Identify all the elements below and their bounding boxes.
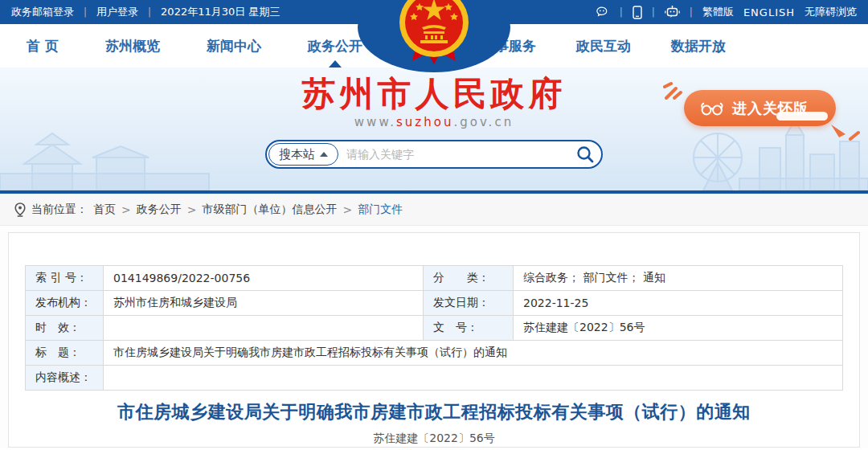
table-row: 时 效： 文 号： 苏住建建〔2022〕56号 bbox=[26, 316, 843, 341]
main-nav: 首 页 苏州概览 新闻中心 政务公开 办事服务 政民互动 数据开放 bbox=[0, 24, 868, 68]
search-input[interactable] bbox=[340, 148, 569, 161]
mobile-icon[interactable] bbox=[633, 6, 642, 19]
breadcrumb-separator: > bbox=[187, 203, 197, 216]
breadcrumb-separator: > bbox=[342, 203, 352, 216]
divider: | bbox=[148, 6, 151, 18]
accessibility-link[interactable]: 无障碍浏览 bbox=[805, 5, 857, 19]
nav-item-home[interactable]: 首 页 bbox=[27, 24, 59, 68]
national-emblem bbox=[399, 0, 469, 69]
meta-value-index: 014149869/2022-00756 bbox=[104, 266, 424, 291]
topbar-left: 政务邮箱登录 | 用户登录 | 2022年11月30日 星期三 bbox=[11, 5, 280, 19]
nav-item-interaction[interactable]: 政民互动 bbox=[576, 24, 631, 68]
meta-value-doc-number: 苏住建建〔2022〕56号 bbox=[514, 316, 843, 341]
meta-label-index: 索 引 号： bbox=[26, 266, 104, 291]
breadcrumb-dept-info[interactable]: 市级部门（单位）信息公开 bbox=[202, 202, 337, 217]
divider: | bbox=[652, 6, 655, 18]
meta-label-summary: 内容概述： bbox=[26, 366, 104, 391]
breadcrumb-separator: > bbox=[121, 203, 131, 216]
paper-plane-decoration bbox=[828, 118, 860, 144]
nav-item-news[interactable]: 新闻中心 bbox=[207, 24, 261, 68]
search-button[interactable] bbox=[569, 145, 601, 164]
nav-item-open-data[interactable]: 数据开放 bbox=[671, 24, 726, 68]
user-login-link[interactable]: 用户登录 bbox=[96, 5, 138, 19]
swoosh-decoration bbox=[776, 112, 828, 121]
topbar-right: | | | 繁體版 ENGLISH 无障碍浏览 bbox=[596, 5, 857, 19]
divider: | bbox=[620, 6, 623, 18]
breadcrumb: 当前位置： 首页 > 政务公开 > 市级部门（单位）信息公开 > 部门文件 bbox=[0, 194, 868, 226]
wechat-icon[interactable] bbox=[596, 6, 610, 18]
table-row: 标 题： 市住房城乡建设局关于明确我市房建市政工程招标投标有关事项（试行）的通知 bbox=[26, 341, 843, 366]
site-banner: 苏州市人民政府 www.suzhou.gov.cn 搜本站 bbox=[0, 68, 868, 190]
meta-label-doc-number: 文 号： bbox=[424, 316, 514, 341]
dropdown-arrow-icon bbox=[320, 152, 328, 157]
search-scope-dropdown[interactable]: 搜本站 bbox=[268, 143, 338, 166]
meta-label-category: 分 类： bbox=[424, 266, 514, 291]
location-pin-icon bbox=[14, 202, 26, 217]
meta-label-issue-date: 发文日期： bbox=[424, 291, 514, 316]
meta-label-title: 标 题： bbox=[26, 341, 104, 366]
meta-value-issuer: 苏州市住房和城乡建设局 bbox=[104, 291, 424, 316]
table-row: 内容概述： bbox=[26, 366, 843, 391]
search-scope-label: 搜本站 bbox=[279, 147, 315, 162]
breadcrumb-gov-disclosure[interactable]: 政务公开 bbox=[137, 202, 182, 217]
glasses-icon bbox=[700, 101, 724, 116]
divider: | bbox=[84, 6, 87, 18]
meta-value-summary bbox=[104, 366, 843, 391]
breadcrumb-label: 当前位置： bbox=[31, 202, 88, 217]
meta-value-validity bbox=[104, 316, 424, 341]
table-row: 索 引 号： 014149869/2022-00756 分 类： 综合政务； 部… bbox=[26, 266, 843, 291]
nav-item-gov-disclosure[interactable]: 政务公开 bbox=[308, 24, 362, 68]
breadcrumb-home[interactable]: 首页 bbox=[93, 202, 116, 217]
article-title: 市住房城乡建设局关于明确我市房建市政工程招标投标有关事项（试行）的通知 bbox=[25, 400, 843, 424]
meta-label-issuer: 发布机构： bbox=[26, 291, 104, 316]
breadcrumb-dept-documents[interactable]: 部门文件 bbox=[358, 202, 403, 217]
content-area: 索 引 号： 014149869/2022-00756 分 类： 综合政务； 部… bbox=[0, 226, 868, 448]
search-bar: 搜本站 bbox=[265, 140, 603, 169]
document-card: 索 引 号： 014149869/2022-00756 分 类： 综合政务； 部… bbox=[8, 232, 860, 448]
meta-value-issue-date: 2022-11-25 bbox=[514, 291, 843, 316]
current-date: 2022年11月30日 星期三 bbox=[161, 5, 280, 19]
english-link[interactable]: ENGLISH bbox=[743, 6, 795, 18]
document-meta-table: 索 引 号： 014149869/2022-00756 分 类： 综合政务； 部… bbox=[25, 265, 843, 391]
meta-label-validity: 时 效： bbox=[26, 316, 104, 341]
table-row: 发布机构： 苏州市住房和城乡建设局 发文日期： 2022-11-25 bbox=[26, 291, 843, 316]
search-icon bbox=[575, 145, 595, 164]
url-prefix: www. bbox=[354, 115, 396, 129]
url-highlight: suzhou bbox=[396, 115, 453, 129]
article-doc-number: 苏住建建〔2022〕56号 bbox=[25, 432, 843, 446]
care-version-button[interactable]: 进入关怀版 bbox=[684, 90, 836, 126]
robot-icon[interactable] bbox=[665, 6, 680, 18]
mail-login-link[interactable]: 政务邮箱登录 bbox=[11, 5, 74, 19]
care-version-area: 进入关怀版 bbox=[684, 90, 836, 126]
meta-value-category: 综合政务； 部门文件； 通知 bbox=[514, 266, 843, 291]
divider: | bbox=[690, 6, 693, 18]
nav-item-overview[interactable]: 苏州概览 bbox=[105, 24, 160, 68]
url-suffix: .gov.cn bbox=[453, 115, 514, 129]
meta-value-title: 市住房城乡建设局关于明确我市房建市政工程招标投标有关事项（试行）的通知 bbox=[104, 341, 843, 366]
traditional-chinese-link[interactable]: 繁體版 bbox=[702, 5, 734, 19]
